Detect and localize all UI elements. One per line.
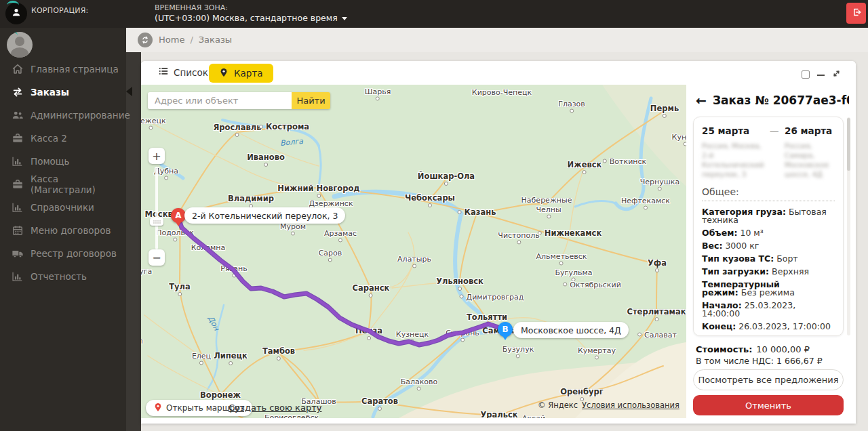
window-controls [802,68,841,81]
marker-a[interactable]: A [171,208,186,223]
address-from: Россия, Москва, 2-йКотельническийпереуло… [702,141,770,179]
sidebar: Главная страницаЗаказыАдминистрированиеК… [0,28,126,431]
divider [702,201,835,201]
date-from: 25 марта [702,125,770,136]
detail-row: Объем:10 м³ [702,229,835,237]
zoom-slider-track[interactable] [155,167,158,249]
sidebar-item-5[interactable]: Касса (Магистрали) [0,173,126,196]
detail-row: Начало:25.03.2023, 14:00:00 [702,302,835,318]
sidebar-item-4[interactable]: Помощь [0,150,126,173]
route-line [141,85,686,418]
create-map-link[interactable]: Создать свою карту [229,403,321,413]
users-icon [11,109,24,122]
sidebar-item-7[interactable]: Меню договоров [0,219,126,242]
breadcrumb-home[interactable]: Home [159,35,184,45]
terms-link[interactable]: Условия использования [582,401,679,410]
breadcrumb-bar: Home/Заказы [126,28,868,52]
detail-row: Вес:3000 кг [702,242,835,250]
map-pin-icon [219,68,229,79]
profile-avatar[interactable] [7,32,33,58]
sync-arrows-icon [138,33,153,47]
yandex-copyright[interactable]: © Яндекс [538,401,578,410]
orders-card: Список Карта [141,61,856,424]
map-attribution: © ЯндексУсловия использования [538,401,679,410]
sidebar-item-0[interactable]: Главная страница [0,58,126,81]
active-item-arrow [126,87,132,96]
yandex-map[interactable]: ШарьяКирово-ЧепецкГлазовПермьКунгурБежец… [141,85,686,418]
zoom-in-button[interactable]: + [149,148,165,164]
detail-row: Температурный режим:Без режима [702,281,835,297]
home-icon [11,63,24,76]
briefcase-icon [11,132,24,145]
sidebar-item-label: Отчетность [31,271,87,282]
detail-row: Тип кузова ТС:Борт [702,255,835,263]
sidebar-item-label: Администрирование [31,110,130,121]
sidebar-item-label: Касса (Магистрали) [31,173,126,195]
cost-row: Стоимость:10 000,00 ₽ [696,344,810,354]
view-offers-button[interactable]: Посмотреть все предложения [693,369,844,390]
calendar-icon [11,224,24,237]
detail-row: Особые условия: [702,335,835,336]
truck-icon [11,247,24,260]
sidebar-item-label: Реестр договоров [31,248,117,259]
vat-value: 1 666,67 ₽ [776,356,823,366]
order-addresses: Россия, Москва, 2-йКотельническийпереуло… [702,141,835,179]
detail-row: Конец:26.03.2023, 17:00:00 [702,323,835,331]
details-list: Категория груза:Бытовая техникаОбъем:10 … [702,208,835,336]
zoom-slider-handle[interactable] [150,218,163,226]
panel-scrollbar-thumb[interactable] [847,118,850,171]
briefcase-icon [11,178,24,191]
back-arrow-icon[interactable]: ← [696,93,707,108]
tab-list-view[interactable]: Список [159,66,208,78]
expand-icon[interactable] [832,68,841,81]
sidebar-item-6[interactable]: Справочники [0,196,126,219]
app-window: КОРПОРАЦИЯ: ВРЕМЕННАЯ ЗОНА: (UTC+03:00) … [0,0,868,431]
sidebar-item-8[interactable]: Реестр договоров [0,242,126,265]
sidebar-item-label: Помощь [31,156,70,167]
zoom-out-button[interactable]: − [149,249,165,266]
vat-row: В том числе НДС: 1 666,67 ₽ [696,356,823,366]
sidebar-item-2[interactable]: Администрирование [0,104,126,127]
list-icon [159,66,168,78]
order-title: Заказ № 20677ae3-f07... [713,94,849,107]
section-general: Общее: [702,186,835,197]
route-pin-icon [154,403,162,414]
date-to: 26 марта [785,125,835,136]
minimize-icon[interactable] [817,75,825,77]
user-avatar[interactable] [5,3,27,24]
order-panel: ← Заказ № 20677ae3-f07... 25 марта — 26 … [686,85,856,424]
sidebar-item-label: Касса 2 [31,133,67,144]
chart-icon [11,155,24,168]
detail-row: Тип загрузки:Верхняя [702,268,835,276]
logout-button[interactable] [846,3,866,24]
breadcrumb: Home/Заказы [159,35,232,45]
sidebar-item-label: Меню договоров [31,225,111,236]
checkbox-icon[interactable] [802,70,810,79]
avatar-status-ring [7,1,19,9]
timezone-selector[interactable]: (UTC+03:00) Москва, стандартное время [155,13,347,23]
corporation-label: КОРПОРАЦИЯ: [31,6,89,15]
chevron-down-icon [342,17,347,20]
detail-row: Категория груза:Бытовая техника [702,208,835,224]
map-search-input[interactable] [148,92,292,109]
order-details-card: 25 марта — 26 марта Россия, Москва, 2-йК… [693,117,844,336]
marker-b[interactable]: В [498,322,513,337]
sidebar-item-3[interactable]: Касса 2 [0,127,126,150]
chart-icon [11,201,24,214]
sidebar-item-label: Заказы [31,87,69,98]
sidebar-item-1[interactable]: Заказы [0,81,126,104]
map-search: Найти [148,92,330,109]
marker-b-label[interactable]: Московское шоссе, 4Д [513,322,629,338]
top-bar: КОРПОРАЦИЯ: ВРЕМЕННАЯ ЗОНА: (UTC+03:00) … [0,0,868,28]
sidebar-item-9[interactable]: Отчетность [0,265,126,288]
sidebar-menu: Главная страницаЗаказыАдминистрированиеК… [0,58,126,288]
tab-map-view[interactable]: Карта [209,64,273,83]
order-title-row: ← Заказ № 20677ae3-f07... [696,93,849,108]
marker-a-label[interactable]: 2-й Котельнический переулок, 3 [184,207,345,224]
sidebar-item-label: Справочники [31,202,94,213]
chart-icon [11,270,24,283]
map-search-button[interactable]: Найти [292,92,330,109]
cancel-order-button[interactable]: Отменить [693,395,844,415]
cost-value: 10 000,00 ₽ [756,344,810,354]
timezone-label: ВРЕМЕННАЯ ЗОНА: [155,3,228,12]
